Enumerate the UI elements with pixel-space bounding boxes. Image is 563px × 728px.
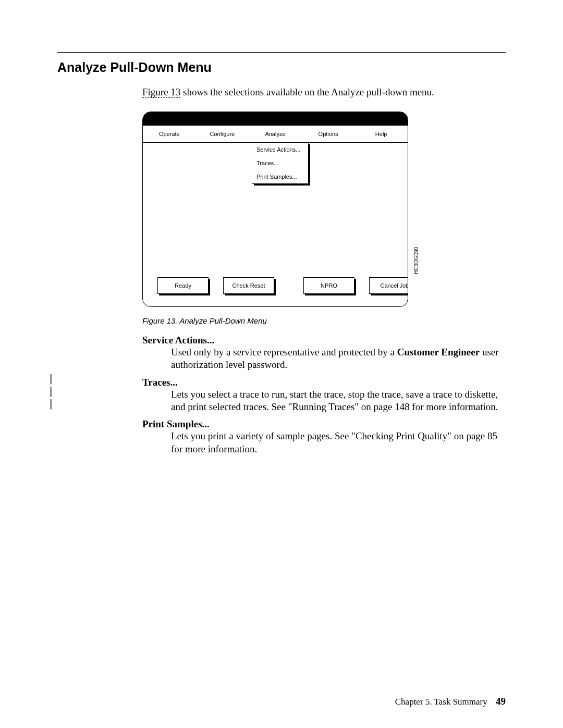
menu-item-print-samples[interactable]: Print Samples... bbox=[252, 170, 308, 183]
def-body-service-actions: Used only by a service representative an… bbox=[171, 346, 506, 372]
page-footer: Chapter 5. Task Summary 49 bbox=[395, 696, 506, 707]
def-body-bold: Customer Engineer bbox=[397, 347, 480, 357]
ui-body: Service Actions... Traces... Print Sampl… bbox=[143, 143, 408, 268]
cancel-job-button[interactable]: Cancel Job bbox=[369, 277, 408, 294]
check-reset-button[interactable]: Check Reset bbox=[223, 277, 274, 294]
def-term-traces: Traces... bbox=[142, 377, 506, 388]
menu-configure[interactable]: Configure bbox=[196, 126, 249, 142]
ui-buttonbar: Ready Check Reset NPRO Cancel Job bbox=[143, 268, 408, 306]
menu-options[interactable]: Options bbox=[302, 126, 355, 142]
section-heading: Analyze Pull-Down Menu bbox=[57, 60, 506, 75]
figure-wrap: Operate Configure Analyze Options Help S… bbox=[142, 112, 506, 325]
figure-caption: Figure 13. Analyze Pull-Down Menu bbox=[142, 316, 506, 325]
change-bar-3: | bbox=[48, 397, 54, 410]
ui-window: Operate Configure Analyze Options Help S… bbox=[142, 112, 408, 307]
change-bars: | | | bbox=[48, 372, 54, 410]
footer-chapter: Chapter 5. Task Summary bbox=[395, 697, 487, 707]
definition-list: Service Actions... Used only by a servic… bbox=[142, 335, 506, 455]
analyze-pulldown: Service Actions... Traces... Print Sampl… bbox=[252, 143, 309, 184]
figure-side-code: HC6OG090 bbox=[413, 247, 419, 274]
menu-help[interactable]: Help bbox=[354, 126, 408, 142]
intro-text: shows the selections available on the An… bbox=[180, 87, 434, 97]
change-bar-2: | bbox=[48, 385, 54, 397]
ui-titlebar bbox=[143, 112, 408, 126]
top-rule bbox=[57, 52, 506, 53]
def-body-traces: Lets you select a trace to run, start th… bbox=[171, 388, 506, 414]
menu-operate[interactable]: Operate bbox=[143, 126, 196, 142]
def-term-service-actions: Service Actions... bbox=[142, 335, 506, 346]
ui-menubar: Operate Configure Analyze Options Help bbox=[143, 126, 408, 143]
intro-paragraph: Figure 13 shows the selections available… bbox=[142, 87, 506, 98]
page: Analyze Pull-Down Menu Figure 13 shows t… bbox=[0, 0, 563, 728]
footer-page-number: 49 bbox=[496, 696, 506, 707]
menu-analyze[interactable]: Analyze bbox=[249, 126, 302, 142]
ready-button[interactable]: Ready bbox=[157, 277, 209, 294]
change-bar-1: | bbox=[48, 372, 54, 385]
def-term-print-samples: Print Samples... bbox=[142, 418, 506, 430]
def-body-text-1: Used only by a service representative an… bbox=[171, 347, 397, 357]
npro-button[interactable]: NPRO bbox=[303, 277, 354, 294]
menu-item-traces[interactable]: Traces... bbox=[252, 156, 308, 170]
menu-item-service-actions[interactable]: Service Actions... bbox=[252, 143, 308, 156]
figure-link[interactable]: Figure 13 bbox=[142, 87, 180, 98]
def-body-print-samples: Lets you print a variety of sample pages… bbox=[171, 430, 506, 455]
